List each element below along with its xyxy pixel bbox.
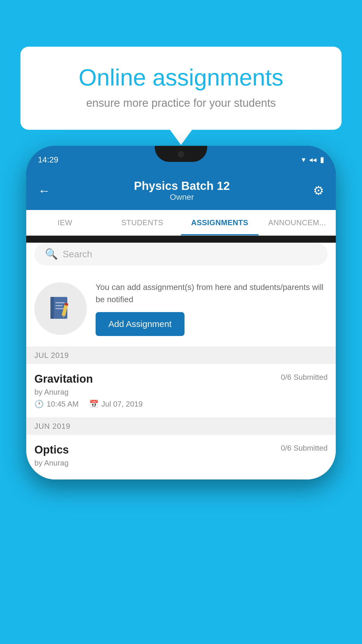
header-subtitle: Owner bbox=[134, 192, 230, 202]
add-assignment-right: You can add assignment(s) from here and … bbox=[96, 281, 328, 336]
status-icons: ▾ ◂◂ ▮ bbox=[302, 155, 324, 164]
notebook-icon-circle bbox=[34, 282, 87, 335]
assignment-name-optics: Optics bbox=[34, 444, 69, 456]
settings-button[interactable]: ⚙ bbox=[313, 183, 324, 198]
add-assignment-desc: You can add assignment(s) from here and … bbox=[96, 281, 328, 306]
svg-rect-2 bbox=[55, 302, 65, 303]
speech-bubble-title: Online assignments bbox=[41, 64, 321, 91]
phone-wrapper: 14:29 ▾ ◂◂ ▮ ← Physics Batch 12 Owner ⚙ … bbox=[26, 146, 336, 644]
signal-icon: ◂◂ bbox=[309, 155, 317, 164]
date-value: Jul 07, 2019 bbox=[101, 400, 143, 409]
status-time: 14:29 bbox=[38, 155, 58, 164]
add-assignment-section: You can add assignment(s) from here and … bbox=[26, 272, 336, 347]
month-separator-jun: JUN 2019 bbox=[26, 418, 336, 435]
assignment-author-optics: by Anurag bbox=[34, 459, 328, 468]
svg-rect-4 bbox=[55, 308, 64, 309]
assignment-submitted-optics: 0/6 Submitted bbox=[281, 444, 328, 453]
search-placeholder: Search bbox=[63, 249, 92, 260]
search-icon: 🔍 bbox=[45, 248, 58, 260]
speech-bubble-subtitle: ensure more practice for your students bbox=[41, 97, 321, 109]
header-center: Physics Batch 12 Owner bbox=[134, 179, 230, 202]
header-title: Physics Batch 12 bbox=[134, 179, 230, 192]
camera bbox=[178, 151, 184, 158]
assignment-item-optics[interactable]: Optics 0/6 Submitted by Anurag bbox=[26, 435, 336, 480]
calendar-icon: 📅 bbox=[89, 400, 99, 409]
svg-rect-1 bbox=[50, 297, 54, 319]
search-bar[interactable]: 🔍 Search bbox=[34, 243, 328, 265]
tab-assignments[interactable]: ASSIGNMENTS bbox=[181, 210, 259, 235]
assignment-item-gravitation[interactable]: Gravitation 0/6 Submitted by Anurag 🕐 10… bbox=[26, 364, 336, 418]
assignment-author: by Anurag bbox=[34, 388, 328, 397]
clock-icon: 🕐 bbox=[34, 400, 44, 409]
assignment-row-top: Gravitation 0/6 Submitted bbox=[34, 373, 328, 385]
speech-bubble-container: Online assignments ensure more practice … bbox=[20, 47, 342, 130]
speech-bubble: Online assignments ensure more practice … bbox=[20, 47, 342, 130]
tab-students[interactable]: STUDENTS bbox=[104, 210, 181, 235]
assignment-submitted: 0/6 Submitted bbox=[281, 373, 328, 382]
app-header: ← Physics Batch 12 Owner ⚙ bbox=[26, 174, 336, 210]
tab-iew[interactable]: IEW bbox=[26, 210, 104, 235]
status-bar: 14:29 ▾ ◂◂ ▮ bbox=[26, 146, 336, 174]
svg-rect-3 bbox=[55, 305, 63, 306]
wifi-icon: ▾ bbox=[302, 155, 305, 164]
month-separator-jul: JUL 2019 bbox=[26, 347, 336, 364]
assignment-name: Gravitation bbox=[34, 373, 93, 385]
app-content: 🔍 Search bbox=[26, 243, 336, 480]
assignment-meta: 🕐 10:45 AM 📅 Jul 07, 2019 bbox=[34, 400, 328, 409]
assignment-row-top-optics: Optics 0/6 Submitted bbox=[34, 444, 328, 456]
back-button[interactable]: ← bbox=[38, 183, 51, 198]
battery-icon: ▮ bbox=[320, 155, 324, 164]
notch bbox=[155, 146, 207, 162]
add-assignment-button[interactable]: Add Assignment bbox=[96, 312, 184, 336]
tab-announcements[interactable]: ANNOUNCEM... bbox=[259, 210, 336, 235]
assignment-time: 🕐 10:45 AM bbox=[34, 400, 79, 409]
assignment-date: 📅 Jul 07, 2019 bbox=[89, 400, 143, 409]
notebook-icon bbox=[46, 294, 75, 323]
time-value: 10:45 AM bbox=[47, 400, 79, 409]
phone-mockup: 14:29 ▾ ◂◂ ▮ ← Physics Batch 12 Owner ⚙ … bbox=[26, 146, 336, 480]
tabs-bar: IEW STUDENTS ASSIGNMENTS ANNOUNCEM... bbox=[26, 210, 336, 236]
